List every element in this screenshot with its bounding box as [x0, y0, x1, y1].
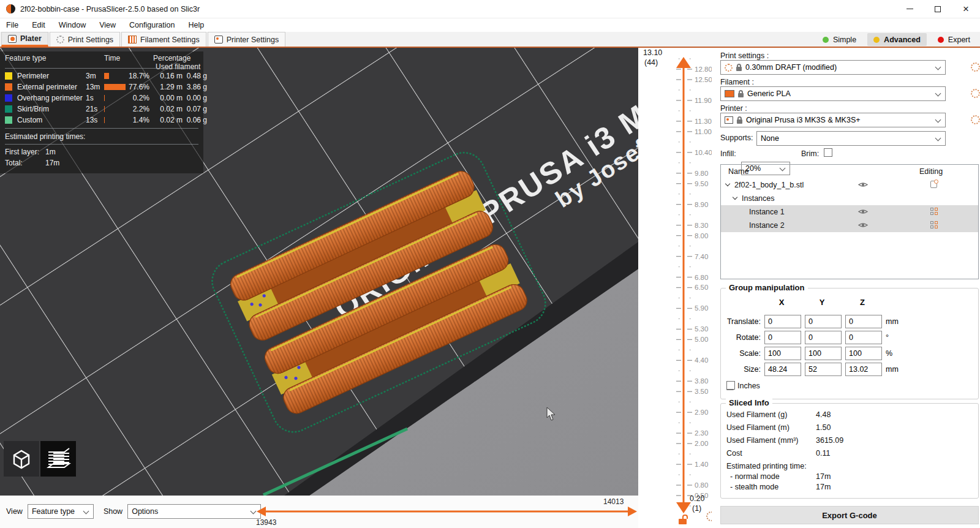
menu-help[interactable]: Help: [188, 21, 204, 29]
used-filament-mm3-value: 3615.09: [816, 436, 843, 445]
pct-bar: [104, 106, 105, 112]
cost-value: 0.11: [816, 449, 830, 458]
print-settings-label: Print settings :: [720, 51, 769, 60]
brim-checkbox[interactable]: [824, 148, 832, 157]
used-filament-g-value: 4.48: [816, 410, 831, 419]
used-filament-m-value: 1.50: [816, 423, 831, 432]
filament-gear-button[interactable]: [971, 89, 980, 98]
rotate-z-input[interactable]: [845, 331, 882, 344]
svg-text:3.80: 3.80: [695, 377, 708, 385]
maximize-button[interactable]: [924, 0, 952, 18]
printer-settings-icon: [214, 36, 223, 43]
mode-simple[interactable]: Simple: [816, 33, 862, 46]
tab-filament-settings[interactable]: Filament Settings: [121, 32, 206, 47]
instance-1-row[interactable]: Instance 1: [721, 205, 978, 219]
normal-mode-value: 17m: [816, 472, 831, 481]
layer-slider-bottom-thumb[interactable]: [676, 502, 691, 513]
name-header: Name: [728, 167, 748, 176]
object-list: Name Editing 2f02-1_body_1_b.stl Instanc…: [720, 164, 979, 279]
rotate-x-input[interactable]: [764, 331, 801, 344]
chevron-down-icon: [935, 117, 941, 123]
editing-header: Editing: [919, 167, 943, 176]
menu-window[interactable]: Window: [59, 21, 86, 29]
horizontal-move-slider[interactable]: [0, 496, 638, 528]
instance-printable-icon[interactable]: [930, 208, 938, 215]
rotate-y-input[interactable]: [805, 331, 842, 344]
object-settings-icon[interactable]: [930, 181, 937, 188]
size-z-input[interactable]: [845, 363, 882, 376]
instance-2-row[interactable]: Instance 2: [721, 219, 978, 232]
svg-text:0.80: 0.80: [695, 481, 708, 489]
size-label: Size:: [720, 365, 761, 374]
slider-unlock-icon[interactable]: [679, 515, 687, 524]
lock-icon: [737, 116, 742, 124]
svg-text:5.90: 5.90: [695, 304, 708, 312]
legend-header-feature: Feature type: [5, 54, 86, 62]
print-settings-combo[interactable]: 0.30mm DRAFT (modified): [720, 60, 946, 75]
instance-printable-icon[interactable]: [930, 221, 938, 228]
size-x-input[interactable]: [764, 363, 801, 376]
3d-editor-view-button[interactable]: [4, 441, 39, 477]
scale-y-input[interactable]: [805, 347, 842, 360]
tab-print-settings[interactable]: Print Settings: [50, 32, 120, 47]
custom-swatch: [5, 116, 12, 124]
tab-printer-settings-label: Printer Settings: [227, 36, 279, 44]
maximize-icon: [935, 6, 941, 12]
print-settings-gear-button[interactable]: [971, 62, 980, 72]
supports-select[interactable]: None: [756, 131, 946, 146]
export-gcode-button[interactable]: Export G-code: [720, 506, 979, 524]
inches-checkbox[interactable]: [726, 381, 735, 390]
preview-view-button[interactable]: [40, 441, 76, 477]
svg-text:7.40: 7.40: [695, 253, 708, 260]
instances-row[interactable]: Instances: [721, 192, 978, 205]
filament-color-swatch: [725, 90, 734, 97]
minimize-button[interactable]: [895, 0, 924, 18]
svg-text:6.80: 6.80: [695, 274, 708, 281]
pct-bar: [104, 84, 126, 90]
layer-slider-strip: 13.10 (44) 0.500.801.402.002.302.903.503…: [638, 48, 712, 528]
hslider-right-thumb[interactable]: [628, 507, 637, 516]
menu-view[interactable]: View: [99, 21, 116, 29]
size-y-input[interactable]: [805, 363, 842, 376]
hslider-left-thumb[interactable]: [257, 507, 266, 516]
translate-y-input[interactable]: [805, 315, 842, 328]
layer-slider-bottom-layer: (1): [692, 504, 701, 513]
layer-ticks: 0.500.801.402.002.302.903.503.804.405.00…: [676, 59, 712, 506]
instance-1-label: Instance 1: [749, 208, 785, 216]
translate-x-input[interactable]: [764, 315, 801, 328]
printer-value: Original Prusa i3 MK3S & MK3S+: [746, 116, 861, 124]
menu-configuration[interactable]: Configuration: [129, 21, 175, 29]
menu-edit[interactable]: Edit: [32, 21, 45, 29]
mode-expert[interactable]: Expert: [932, 33, 976, 46]
svg-text:1.40: 1.40: [695, 461, 708, 468]
scale-x-input[interactable]: [764, 347, 801, 360]
object-row[interactable]: 2f02-1_body_1_b.stl: [721, 178, 978, 192]
printer-combo[interactable]: Original Prusa i3 MK3S & MK3S+: [720, 113, 946, 127]
layer-slider[interactable]: 0.500.801.402.002.302.903.503.804.405.00…: [638, 48, 712, 528]
eye-icon[interactable]: [858, 222, 868, 230]
supports-label: Supports:: [720, 134, 753, 142]
axis-y-header: Y: [804, 298, 840, 307]
menu-file[interactable]: File: [6, 21, 18, 29]
legend-header-time: Time: [104, 54, 153, 62]
mode-advanced-label: Advanced: [884, 36, 921, 44]
svg-text:8.90: 8.90: [695, 201, 708, 208]
preset-gear-icon: [725, 64, 733, 72]
svg-text:2.90: 2.90: [695, 409, 708, 416]
eye-icon[interactable]: [858, 181, 868, 190]
tab-plater[interactable]: Plater: [1, 32, 48, 47]
print-settings-icon: [56, 36, 64, 43]
mode-advanced[interactable]: Advanced: [867, 33, 927, 46]
printer-gear-button[interactable]: [971, 115, 980, 124]
object-name: 2f02-1_body_1_b.stl: [734, 181, 804, 189]
filament-combo[interactable]: Generic PLA: [720, 86, 946, 101]
estimated-time-title: Estimated printing time:: [726, 462, 807, 470]
tab-printer-settings[interactable]: Printer Settings: [208, 32, 285, 47]
scale-z-input[interactable]: [845, 347, 882, 360]
collapse-chevron-icon[interactable]: [725, 181, 730, 186]
eye-icon[interactable]: [858, 208, 868, 217]
collapse-chevron-icon[interactable]: [733, 195, 737, 200]
translate-z-input[interactable]: [845, 315, 882, 328]
close-button[interactable]: ×: [952, 0, 980, 18]
svg-text:4.40: 4.40: [695, 356, 708, 364]
